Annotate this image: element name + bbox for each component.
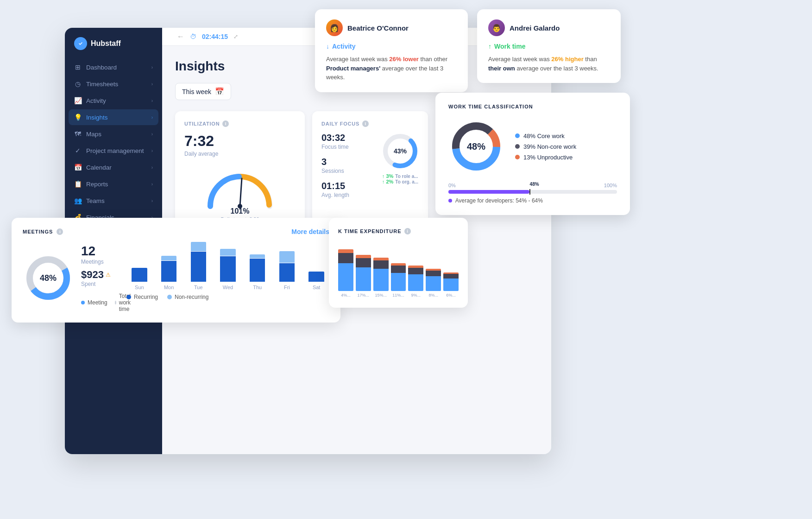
insights-icon: 💡 xyxy=(74,114,82,121)
wtc-content: 48% 48% Core work 39% Non-core work 13% … xyxy=(448,119,617,174)
bar-label-tue: Tue xyxy=(194,285,203,290)
core-dot xyxy=(515,133,520,138)
week-selector[interactable]: This week 📅 xyxy=(175,83,231,100)
sidebar-item-timesheets[interactable]: ◷ Timesheets › xyxy=(69,76,158,92)
total-dot xyxy=(115,301,116,304)
wte-title-row: K TIME EXPENDITURE i xyxy=(338,228,459,234)
sidebar-item-label: Reports xyxy=(86,181,108,188)
legend-nonrecurring: Non-recurring xyxy=(167,294,208,300)
utilization-info-icon[interactable]: i xyxy=(222,120,229,127)
wte-card: K TIME EXPENDITURE i 4%... 17%... xyxy=(329,218,468,308)
focus-badges: ↑ 3% To role a... ↑ 2% To org. a... xyxy=(382,173,418,184)
meetings-donut-label: 48% xyxy=(40,273,57,283)
chevron-icon: › xyxy=(151,148,153,153)
wtc-donut-label: 48% xyxy=(467,141,485,152)
sidebar-item-label: Insights xyxy=(86,114,108,121)
bar-group-fri: Fri xyxy=(274,235,300,290)
beatrice-card: 👩 Beatrice O'Connor ↓ Activity Average l… xyxy=(315,9,468,92)
wte-seg-blue xyxy=(391,273,406,291)
wte-bar-label-6: 6%... xyxy=(446,293,456,297)
wte-seg-blue xyxy=(373,269,389,291)
sidebar-item-label: Dashboard xyxy=(86,64,117,71)
calendar-icon: 📅 xyxy=(74,164,82,171)
wte-bar-5: 9%... xyxy=(408,266,423,297)
sidebar-item-dashboard[interactable]: ⊞ Dashboard › xyxy=(69,59,158,75)
tue-bar-recurring xyxy=(191,252,206,282)
thu-bar-recurring xyxy=(250,259,265,282)
sidebar-item-calendar[interactable]: 📅 Calendar › xyxy=(69,159,158,175)
daily-focus-label: DAILY FOCUS i xyxy=(321,120,419,127)
wed-bar-nonrecurring xyxy=(220,249,235,256)
more-details-link[interactable]: More details xyxy=(291,228,329,235)
bar-group-sat: Sat xyxy=(303,235,329,290)
recurring-dot xyxy=(126,295,131,299)
sidebar-item-project-management[interactable]: ✓ Project management › xyxy=(69,143,158,158)
gauge-wrapper: 101% Daily target: 8:00 xyxy=(184,165,296,222)
tue-bar-nonrecurring xyxy=(191,242,206,251)
meetings-right-stats: 12 Meetings $923 ⚠ Spent Meeting xyxy=(81,244,133,312)
utilization-sublabel: Daily average xyxy=(184,151,296,157)
legend-unproductive: 13% Unproductive xyxy=(515,154,576,161)
timer-icon: ⏱ xyxy=(190,33,196,40)
chevron-icon: › xyxy=(151,65,153,70)
meetings-body: 48% 12 Meetings $923 ⚠ Spent Meeting xyxy=(23,244,329,312)
wte-bar-label-4: 9%... xyxy=(411,293,421,297)
logo-icon xyxy=(74,37,87,50)
wtc-bar-section: 0% 100% 48% Average for developers: 54% … xyxy=(448,183,617,204)
meetings-info-icon[interactable]: i xyxy=(57,228,63,235)
fri-bar-recurring xyxy=(279,263,295,282)
meetings-left: 48% 12 Meetings $923 ⚠ Spent Meeting xyxy=(23,244,115,312)
back-button[interactable]: ← xyxy=(177,32,184,41)
sidebar-item-maps[interactable]: 🗺 Maps › xyxy=(69,126,158,142)
focus-info-icon[interactable]: i xyxy=(362,120,369,127)
daily-focus-card: DAILY FOCUS i 03:32 Focus time 3 xyxy=(312,111,428,231)
wte-info-icon[interactable]: i xyxy=(404,228,411,234)
beatrice-highlight: 26% lower xyxy=(389,56,419,63)
org-badge: ↑ 2% To org. a... xyxy=(382,179,418,184)
chevron-icon: › xyxy=(151,115,153,120)
sidebar-item-label: Activity xyxy=(86,97,106,104)
beatrice-avatar: 👩 xyxy=(326,19,343,36)
andrei-header: 👨 Andrei Galardo xyxy=(488,19,610,36)
andrei-name: Andrei Galardo xyxy=(510,24,560,32)
sidebar-item-label: Project management xyxy=(86,147,144,154)
gauge-svg xyxy=(203,165,277,211)
bar-group-sun: Sun xyxy=(126,235,152,290)
meetings-chart: Sun Mon xyxy=(126,244,329,312)
wte-seg-blue xyxy=(356,267,371,291)
meetings-header: MEETINGS i More details xyxy=(23,228,329,235)
dashboard-icon: ⊞ xyxy=(74,63,82,71)
chevron-icon: › xyxy=(151,132,153,137)
expand-icon[interactable]: ⤢ xyxy=(233,33,238,40)
week-label: This week xyxy=(182,88,211,95)
sidebar-item-teams[interactable]: 👥 Teams › xyxy=(69,193,158,209)
focus-ring-label: 43% xyxy=(394,147,407,155)
maps-icon: 🗺 xyxy=(74,130,82,138)
sidebar-item-label: Timesheets xyxy=(86,81,118,88)
wte-seg-blue xyxy=(338,263,353,291)
sidebar-item-reports[interactable]: 📋 Reports › xyxy=(69,176,158,192)
wte-seg-dark xyxy=(373,260,389,269)
andrei-card: 👨 Andrei Galardo ↑ Work time Average las… xyxy=(477,9,621,83)
sidebar-item-activity[interactable]: 📈 Activity › xyxy=(69,93,158,108)
wte-bar-label-1: 17%... xyxy=(358,293,370,297)
bar-group-tue: Tue xyxy=(185,235,211,290)
wtc-bar-fill xyxy=(448,190,529,194)
sidebar-item-label: Calendar xyxy=(86,164,112,171)
meeting-dot xyxy=(81,301,85,304)
meetings-spent-label: Spent xyxy=(81,281,133,287)
wte-bar-1: 4%... xyxy=(338,249,353,297)
wtc-avg-dot xyxy=(448,199,452,203)
wte-bar-3: 15%... xyxy=(373,258,389,297)
wte-seg-dark xyxy=(391,266,406,273)
wed-bar-recurring xyxy=(220,256,235,282)
wte-seg-blue xyxy=(426,276,441,291)
bar-label-wed: Wed xyxy=(223,285,233,290)
sidebar-item-insights[interactable]: 💡 Insights › xyxy=(69,109,158,125)
chevron-icon: › xyxy=(151,98,153,103)
wte-title: K TIME EXPENDITURE xyxy=(338,228,402,234)
beatrice-insight: Average last week was 26% lower than oth… xyxy=(326,55,457,82)
wtc-legend: 48% Core work 39% Non-core work 13% Unpr… xyxy=(515,133,576,161)
wte-seg-blue xyxy=(443,278,459,291)
wte-bar-label-2: 15%... xyxy=(375,293,387,297)
